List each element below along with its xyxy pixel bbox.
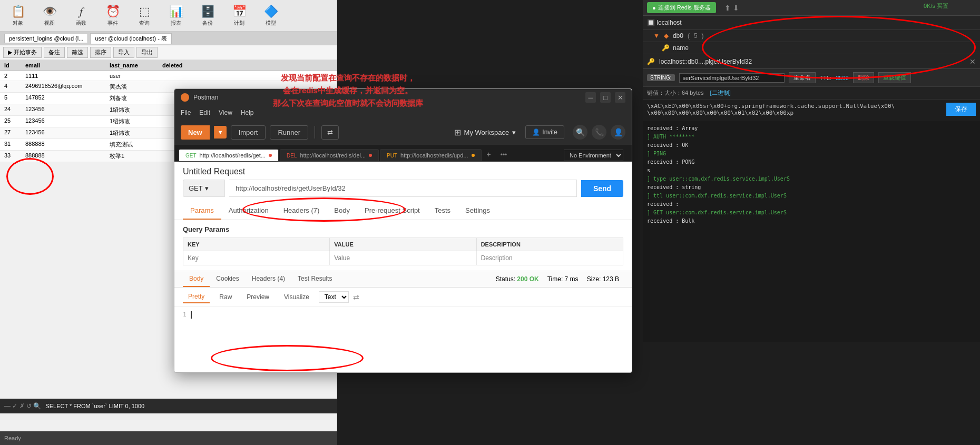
col-deleted: deleted <box>162 62 204 68</box>
workspace-button[interactable]: ⊞ My Workspace ▾ <box>449 125 522 140</box>
redis-db-item[interactable]: ▼ ◆ db0 ( 5 ) <box>643 30 980 42</box>
response-status: Status: 200 OK Time: 7 ms Size: 123 B <box>492 275 623 283</box>
param-desc-input[interactable] <box>481 254 619 262</box>
request-title: Untitled Request <box>174 162 632 180</box>
tab-put[interactable]: PUT http://localhost/redis/upd... <box>380 149 481 161</box>
nav-tab-body[interactable]: Body <box>327 202 357 220</box>
send-button[interactable]: Send <box>581 180 623 197</box>
db-export-btn[interactable]: 导出 <box>136 47 158 58</box>
format-raw[interactable]: Raw <box>214 291 237 303</box>
annotation-box: 发现当前配置在查询不存在的数据时，会在redis中生成缓存，并返回为空。那么下次… <box>237 68 458 113</box>
tab-put-method: PUT <box>387 153 397 159</box>
close-btn[interactable]: ✕ <box>615 92 625 103</box>
redis-name-item[interactable]: 🔑 name <box>643 42 980 54</box>
response-format-toolbar: Pretty Raw Preview Visualize Text ⇄ <box>174 288 632 307</box>
highlight-circle-rows <box>6 158 54 195</box>
nav-tab-prerequest[interactable]: Pre-request Script <box>357 202 427 220</box>
nav-tab-params[interactable]: Params <box>183 202 221 220</box>
format-visualize[interactable]: Visualize <box>279 291 315 303</box>
db-import-btn[interactable]: 导入 <box>113 47 134 58</box>
postman-tabs: GET http://localhost/redis/get... DEL ht… <box>174 145 632 162</box>
workspace-icon: ⊞ <box>454 127 461 137</box>
add-tab-btn[interactable]: + <box>483 147 495 161</box>
db-tool-schedule[interactable]: 📅 计划 <box>226 3 253 29</box>
db-tab-user[interactable]: user @cloud (localhost) - 表 <box>90 33 172 44</box>
response-tabs: Body Cookies Headers (4) Test Results St… <box>174 271 632 288</box>
resp-tab-headers[interactable]: Headers (4) <box>246 271 291 287</box>
more-tabs-btn[interactable]: ••• <box>496 149 512 161</box>
tab-del[interactable]: DEL http://localhost/redis/del... <box>280 149 379 161</box>
menu-edit[interactable]: Edit <box>199 109 210 116</box>
db-backup-btn[interactable]: 备注 <box>44 47 65 58</box>
redis-delete-btn[interactable]: 删除 <box>853 72 874 83</box>
tab-del-dot <box>369 154 372 157</box>
wrap-icon[interactable]: ⇄ <box>353 293 359 301</box>
response-body: 1 <box>174 307 632 372</box>
redis-rename-btn[interactable]: 重命名 <box>789 72 816 83</box>
db-tool-view[interactable]: 👁️ 视图 <box>36 3 63 29</box>
url-input[interactable] <box>229 180 577 197</box>
tab-get[interactable]: GET http://localhost/redis/get... <box>179 149 279 161</box>
user-avatar[interactable]: 👤 <box>611 125 625 140</box>
text-cursor <box>191 311 192 319</box>
runner-button[interactable]: Runner <box>270 125 308 140</box>
nav-tab-headers[interactable]: Headers (7) <box>276 202 327 220</box>
status-ok-badge: Status: 200 OK <box>496 275 539 283</box>
param-table: KEY VALUE DESCRIPTION <box>183 238 623 265</box>
param-row <box>183 251 623 265</box>
maximize-btn[interactable]: □ <box>600 92 611 103</box>
environment-select[interactable]: No Environment <box>564 150 623 161</box>
redis-panel: ● 连接到 Redis 服务器 ⬆ ⬇ 🔲 localhost ▼ ◆ db0 … <box>643 0 980 445</box>
redis-key-input[interactable] <box>679 73 785 83</box>
toolbar-separator <box>315 126 315 139</box>
db-tool-report[interactable]: 📊 报表 <box>162 3 190 29</box>
sync-icon: ⇄ <box>327 128 333 136</box>
menu-view[interactable]: View <box>219 109 232 116</box>
db-tab-persistent[interactable]: persistent_logins @cloud (l... <box>4 34 88 43</box>
minimize-btn[interactable]: ─ <box>585 92 596 103</box>
menu-file[interactable]: File <box>181 109 191 116</box>
nav-tab-auth[interactable]: Authorization <box>221 202 276 220</box>
db-tool-model[interactable]: 🔷 模型 <box>257 3 285 29</box>
response-time: Time: 7 ms <box>547 275 579 283</box>
redis-type-badge: STRING: <box>647 74 675 81</box>
param-key-input[interactable] <box>188 254 325 262</box>
format-pretty[interactable]: Pretty <box>183 291 210 303</box>
db-tool-events[interactable]: ⏰ 事件 <box>99 3 126 29</box>
bell-icon[interactable]: 📞 <box>592 125 606 140</box>
resp-tab-body[interactable]: Body <box>183 271 210 287</box>
new-dropdown[interactable]: ▼ <box>214 126 227 139</box>
postman-title: Postman <box>193 94 218 101</box>
db-toolbar: 📋 对象 👁️ 视图 𝑓 函数 ⏰ 事件 ⬚ 查询 📊 报表 🗄️ 备份 📅 <box>0 0 337 32</box>
env-selector: No Environment <box>564 150 628 161</box>
db-start-btn[interactable]: ▶ 开始事务 <box>3 47 42 58</box>
param-value-input[interactable] <box>334 254 472 262</box>
resp-tab-testresults[interactable]: Test Results <box>291 271 338 287</box>
new-button[interactable]: New <box>181 125 210 140</box>
search-header-icon[interactable]: 🔍 <box>573 125 587 140</box>
method-select[interactable]: GET ▾ <box>183 180 225 197</box>
query-params-title: Query Params <box>183 225 623 233</box>
db-filter-btn[interactable]: 筛选 <box>67 47 88 58</box>
redis-host-item[interactable]: 🔲 localhost <box>643 16 980 30</box>
sync-button[interactable]: ⇄ <box>321 125 339 140</box>
format-preview[interactable]: Preview <box>241 291 275 303</box>
redis-connect-btn[interactable]: ● 连接到 Redis 服务器 <box>647 2 716 13</box>
db-tool-query[interactable]: ⬚ 查询 <box>131 3 158 29</box>
import-button[interactable]: Import <box>231 125 266 140</box>
invite-button[interactable]: 👤 Invite <box>525 125 564 139</box>
db-tool-functions[interactable]: 𝑓 函数 <box>67 3 95 29</box>
resp-tab-cookies[interactable]: Cookies <box>210 271 245 287</box>
redis-key-tab: 🔑 localhost::db0....plgetUserById32 ✕ <box>643 54 980 69</box>
nav-tab-settings[interactable]: Settings <box>458 202 497 220</box>
db-tool-object[interactable]: 📋 对象 <box>4 3 32 29</box>
nav-tab-tests[interactable]: Tests <box>427 202 458 220</box>
redis-reload-btn[interactable]: 重载键值 <box>878 72 911 83</box>
tab-del-method: DEL <box>287 153 297 159</box>
redis-close-tab[interactable]: ✕ <box>969 57 976 66</box>
redis-save-btn[interactable]: 保存 <box>946 103 976 116</box>
db-tool-backup[interactable]: 🗄️ 备份 <box>194 3 221 29</box>
redis-detail-bar: STRING: 重命名 TTL: 3592 删除 重载键值 <box>643 69 980 87</box>
format-type-select[interactable]: Text <box>319 291 349 303</box>
db-sort-btn[interactable]: 排序 <box>90 47 111 58</box>
